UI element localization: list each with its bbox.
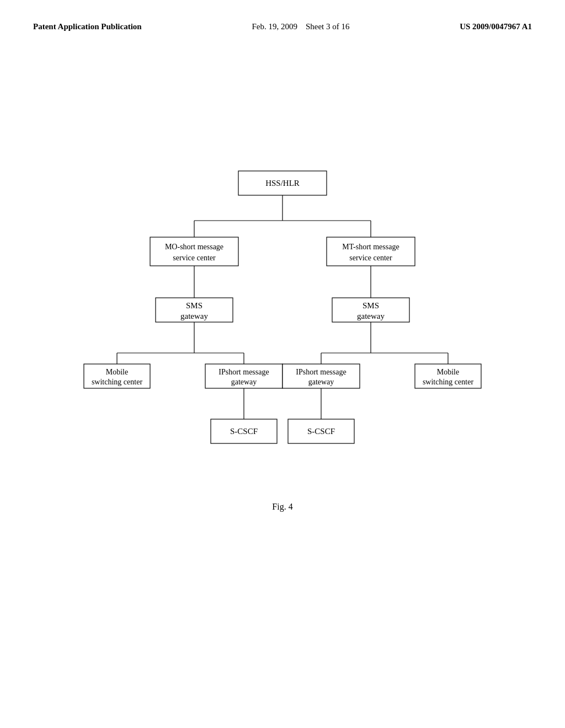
svg-text:S-CSCF: S-CSCF [230,427,258,436]
date-sheet-label: Feb. 19, 2009 Sheet 3 of 16 [252,22,349,31]
diagram-svg: HSS/HLR MO-short message service center … [73,165,492,474]
svg-text:S-CSCF: S-CSCF [307,427,335,436]
svg-text:gateway: gateway [357,312,385,320]
svg-text:IPshort message: IPshort message [296,368,346,376]
svg-text:gateway: gateway [308,378,334,386]
svg-text:gateway: gateway [180,312,208,320]
svg-text:service center: service center [173,254,216,262]
svg-text:HSS/HLR: HSS/HLR [265,179,300,188]
svg-text:IPshort message: IPshort message [218,368,269,376]
publication-label: Patent Application Publication [33,22,142,31]
svg-text:service center: service center [349,254,392,262]
page-header: Patent Application Publication Feb. 19, … [0,0,565,31]
svg-text:switching center: switching center [92,378,142,386]
svg-text:gateway: gateway [231,378,257,386]
date-label: Feb. 19, 2009 [252,22,297,31]
svg-text:SMS: SMS [363,301,379,310]
svg-text:switching center: switching center [423,378,473,386]
svg-text:MT-short message: MT-short message [342,243,399,251]
patent-number-label: US 2009/0047967 A1 [460,22,532,31]
svg-text:Mobile: Mobile [437,368,459,376]
svg-text:SMS: SMS [186,301,202,310]
sheet-label: Sheet 3 of 16 [306,22,350,31]
diagram: HSS/HLR MO-short message service center … [73,165,492,474]
svg-text:Mobile: Mobile [106,368,128,376]
figure-caption: Fig. 4 [0,502,565,512]
svg-text:MO-short message: MO-short message [165,243,223,251]
diagram-container: HSS/HLR MO-short message service center … [0,165,565,474]
